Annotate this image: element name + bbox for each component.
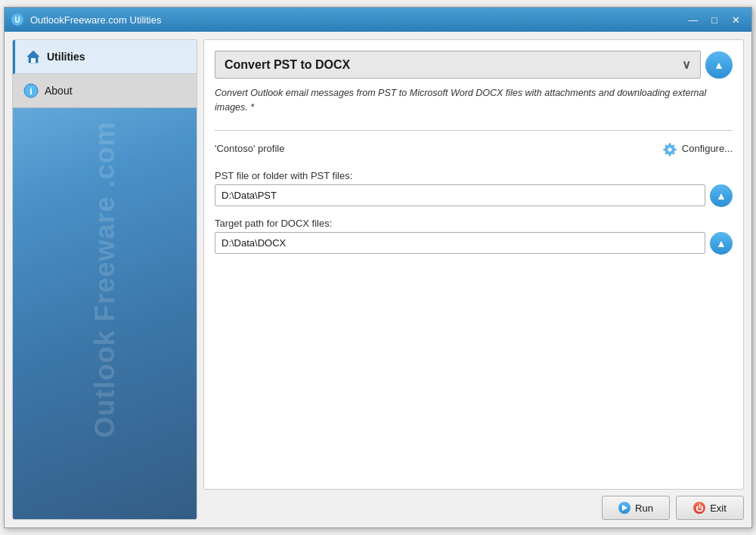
run-label: Run <box>635 503 653 514</box>
sidebar-items: Utilities i About <box>13 40 197 108</box>
browse-pst-icon: ▲ <box>716 190 727 201</box>
home-icon <box>26 49 41 64</box>
power-icon: ⏻ <box>696 504 703 512</box>
browse-docx-icon: ▲ <box>716 238 727 249</box>
pst-browse-button[interactable]: ▲ <box>710 184 733 207</box>
window-controls: — □ ✕ <box>683 12 745 27</box>
pst-input[interactable] <box>215 184 705 206</box>
sidebar-background <box>13 40 197 519</box>
title-bar: U OutlookFreeware.com Utilities — □ ✕ <box>5 8 751 32</box>
minimize-button[interactable]: — <box>683 12 703 27</box>
configure-label: Configure... <box>682 143 733 154</box>
docx-browse-button[interactable]: ▲ <box>710 232 733 255</box>
app-icon: U <box>11 13 24 26</box>
about-label: About <box>45 85 73 97</box>
svg-text:i: i <box>29 85 33 97</box>
docx-field-group: Target path for DOCX files: ▲ <box>215 218 733 255</box>
close-button[interactable]: ✕ <box>726 12 745 27</box>
exit-icon: ⏻ <box>693 502 705 514</box>
main-window: U OutlookFreeware.com Utilities — □ ✕ Ou… <box>4 7 752 528</box>
run-button[interactable]: Run <box>602 496 670 520</box>
docx-input[interactable] <box>215 232 705 254</box>
upload-button[interactable]: ▲ <box>705 51 733 79</box>
run-icon <box>618 502 631 514</box>
docx-field-label: Target path for DOCX files: <box>215 218 733 229</box>
profile-label: 'Contoso' profile <box>215 143 284 154</box>
window-body: Outlook Freeware .com Utilities <box>5 32 751 527</box>
svg-text:U: U <box>14 16 20 24</box>
chevron-down-icon: ∨ <box>682 57 691 72</box>
configure-icon <box>662 141 677 156</box>
profile-row: 'Contoso' profile Configure... <box>215 141 733 156</box>
window-title: OutlookFreeware.com Utilities <box>30 14 683 26</box>
tool-name: Convert PST to DOCX <box>225 58 350 72</box>
tool-dropdown[interactable]: Convert PST to DOCX ∨ <box>215 51 701 79</box>
sidebar-item-about[interactable]: i About <box>13 74 197 108</box>
divider <box>215 130 733 131</box>
tool-header: Convert PST to DOCX ∨ ▲ <box>215 51 733 79</box>
upload-icon: ▲ <box>714 60 724 70</box>
info-icon: i <box>23 83 39 98</box>
maximize-button[interactable]: □ <box>705 12 724 27</box>
main-content: Convert PST to DOCX ∨ ▲ Convert Outlook … <box>203 39 744 520</box>
pst-field-group: PST file or folder with PST files: ▲ <box>215 170 733 207</box>
pst-field-row: ▲ <box>215 184 733 207</box>
utilities-label: Utilities <box>47 51 85 63</box>
exit-button[interactable]: ⏻ Exit <box>676 496 744 520</box>
docx-field-row: ▲ <box>215 232 733 255</box>
sidebar-item-utilities[interactable]: Utilities <box>13 40 197 74</box>
content-panel: Convert PST to DOCX ∨ ▲ Convert Outlook … <box>203 39 744 490</box>
exit-label: Exit <box>710 503 727 514</box>
svg-rect-3 <box>31 58 36 63</box>
configure-button[interactable]: Configure... <box>662 141 733 156</box>
svg-point-7 <box>668 147 671 151</box>
play-icon <box>622 505 627 511</box>
pst-field-label: PST file or folder with PST files: <box>215 170 733 181</box>
footer: Run ⏻ Exit <box>203 490 744 520</box>
tool-description: Convert Outlook email messages from PST … <box>215 86 733 115</box>
sidebar: Outlook Freeware .com Utilities <box>12 39 197 520</box>
